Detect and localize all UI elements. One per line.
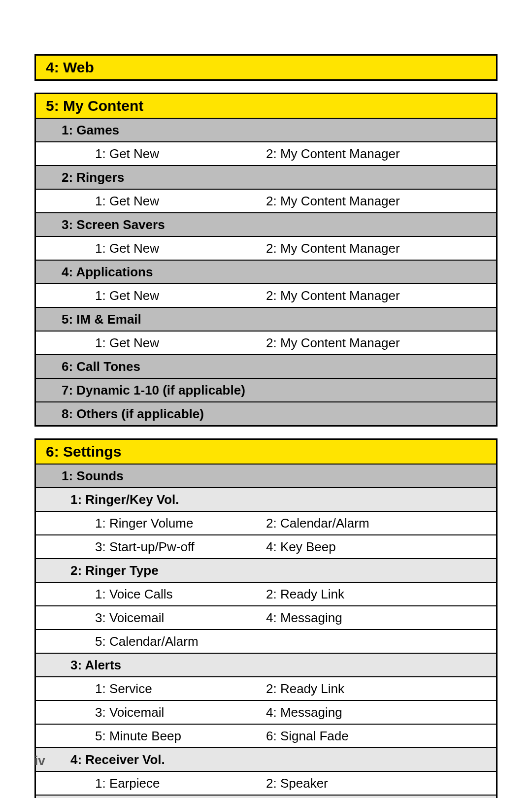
item: 1: Get New <box>36 288 266 303</box>
item: 1: Voice Calls <box>36 587 266 602</box>
group-applications-items: 1: Get New 2: My Content Manager <box>36 283 496 307</box>
group-ringers-header: 2: Ringers <box>36 165 496 189</box>
item: 2: Ready Link <box>266 681 496 697</box>
item: 3: Voicemail <box>36 610 266 626</box>
item: 5: Calendar/Alarm <box>36 634 266 649</box>
item: 2: Ready Link <box>266 587 496 602</box>
section-settings: 6: Settings 1: Sounds 1: Ringer/Key Vol.… <box>34 438 498 798</box>
section-my-content: 5: My Content 1: Games 1: Get New 2: My … <box>34 93 498 427</box>
group-im-email-header: 5: IM & Email <box>36 307 496 331</box>
group-im-email-items: 1: Get New 2: My Content Manager <box>36 331 496 354</box>
group-screensavers-header: 3: Screen Savers <box>36 212 496 236</box>
group-call-tones-header: 6: Call Tones <box>36 354 496 378</box>
sub-receiver-vol-header: 4: Receiver Vol. <box>36 747 496 771</box>
item: 2: My Content Manager <box>266 194 496 209</box>
sub-ringer-key-vol-header: 1: Ringer/Key Vol. <box>36 487 496 511</box>
item: 1: Service <box>36 681 266 697</box>
section-my-content-header: 5: My Content <box>36 94 496 118</box>
item: 4: Messaging <box>266 705 496 720</box>
sub-ringer-key-vol-row2: 3: Start-up/Pw-off 4: Key Beep <box>36 534 496 558</box>
group-sounds-header: 1: Sounds <box>36 464 496 487</box>
item: 2: My Content Manager <box>266 288 496 303</box>
item: 2: My Content Manager <box>266 146 496 162</box>
item: 4: Messaging <box>266 610 496 626</box>
item: 2: Calendar/Alarm <box>266 516 496 531</box>
group-games-header: 1: Games <box>36 118 496 141</box>
item: 1: Get New <box>36 194 266 209</box>
item: 1: Get New <box>36 241 266 256</box>
item: 1: Get New <box>36 146 266 162</box>
item: 2: Speaker <box>266 776 496 791</box>
section-web-header: 4: Web <box>36 56 496 79</box>
group-screensavers-items: 1: Get New 2: My Content Manager <box>36 236 496 260</box>
group-others-header: 8: Others (if applicable) <box>36 401 496 425</box>
page-number: iv <box>34 753 45 768</box>
item: 6: Signal Fade <box>266 729 496 744</box>
group-ringers-items: 1: Get New 2: My Content Manager <box>36 189 496 212</box>
sub-alerts-row3: 5: Minute Beep 6: Signal Fade <box>36 724 496 747</box>
item: 3: Voicemail <box>36 705 266 720</box>
item: 2: My Content Manager <box>266 335 496 351</box>
sub-alerts-row1: 1: Service 2: Ready Link <box>36 676 496 700</box>
section-settings-header: 6: Settings <box>36 440 496 464</box>
item: 2: My Content Manager <box>266 241 496 256</box>
sub-ringer-key-vol-row1: 1: Ringer Volume 2: Calendar/Alarm <box>36 511 496 534</box>
item: 1: Earpiece <box>36 776 266 791</box>
sub-receiver-vol-row1: 1: Earpiece 2: Speaker <box>36 771 496 795</box>
sub-ringer-type-header: 2: Ringer Type <box>36 558 496 582</box>
sub-application-vol-header: 5: Application Vol. <box>36 795 496 798</box>
section-web: 4: Web <box>34 54 498 81</box>
item: 1: Get New <box>36 335 266 351</box>
sub-ringer-type-row3: 5: Calendar/Alarm <box>36 629 496 653</box>
page: 4: Web 5: My Content 1: Games 1: Get New… <box>0 0 532 798</box>
sub-ringer-type-row2: 3: Voicemail 4: Messaging <box>36 605 496 629</box>
item: 3: Start-up/Pw-off <box>36 539 266 555</box>
sub-alerts-row2: 3: Voicemail 4: Messaging <box>36 700 496 724</box>
item: 5: Minute Beep <box>36 729 266 744</box>
item: 1: Ringer Volume <box>36 516 266 531</box>
sub-ringer-type-row1: 1: Voice Calls 2: Ready Link <box>36 582 496 605</box>
group-applications-header: 4: Applications <box>36 260 496 283</box>
group-dynamic-header: 7: Dynamic 1-10 (if applicable) <box>36 378 496 401</box>
item: 4: Key Beep <box>266 539 496 555</box>
group-games-items: 1: Get New 2: My Content Manager <box>36 141 496 165</box>
sub-alerts-header: 3: Alerts <box>36 653 496 676</box>
